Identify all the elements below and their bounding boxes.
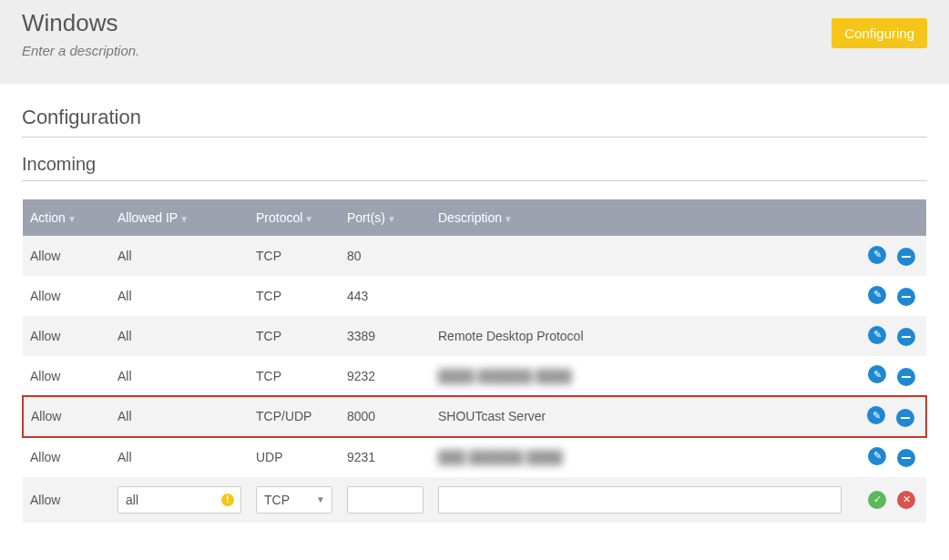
minus-icon <box>902 336 911 338</box>
cell-operations: ✎ <box>849 396 926 437</box>
cell-description <box>431 477 849 523</box>
cell-action: Allow <box>23 316 110 356</box>
sort-icon: ▼ <box>387 214 396 224</box>
remove-button[interactable] <box>897 368 915 386</box>
cell-action: Allow <box>23 236 110 276</box>
cell-description <box>431 236 849 276</box>
cell-action: Allow <box>23 276 110 316</box>
cell-description: ███ ██████ ████ <box>431 437 849 477</box>
pencil-icon: ✎ <box>873 450 882 462</box>
remove-button[interactable] <box>897 288 915 306</box>
check-icon: ✓ <box>873 494 882 505</box>
protocol-select[interactable] <box>256 486 332 514</box>
table-row: AllowAllUDP9231███ ██████ ████✎ <box>23 437 926 477</box>
cell-description: SHOUTcast Server <box>431 396 849 437</box>
minus-icon <box>902 376 911 378</box>
cell-protocol: TCP <box>249 316 340 356</box>
minus-icon <box>901 417 910 419</box>
minus-icon <box>902 457 911 459</box>
cell-protocol: ▼ <box>249 477 340 523</box>
cell-ports: 443 <box>340 276 431 316</box>
cell-protocol: TCP/UDP <box>249 396 340 437</box>
table-header-row: Action▼ Allowed IP▼ Protocol▼ Port(s)▼ D… <box>23 199 926 236</box>
page-header: Windows Enter a description. Configuring <box>0 0 949 84</box>
cell-allowed-ip: All <box>110 437 249 477</box>
cell-action: Allow <box>23 396 110 437</box>
col-protocol[interactable]: Protocol▼ <box>249 199 340 236</box>
warning-icon: ! <box>221 494 234 506</box>
cell-operations: ✎ <box>849 437 926 477</box>
cell-operations: ✎ <box>849 276 926 316</box>
cell-ports: 9232 <box>340 356 431 396</box>
col-action[interactable]: Action▼ <box>23 199 110 236</box>
new-rule-row: Allow!▼✓✕ <box>23 477 926 523</box>
col-allowed-ip[interactable]: Allowed IP▼ <box>110 199 249 236</box>
cell-allowed-ip: All <box>110 356 249 396</box>
cell-protocol: TCP <box>249 236 340 276</box>
cell-protocol: TCP <box>249 276 340 316</box>
remove-button[interactable] <box>896 409 914 427</box>
edit-button[interactable]: ✎ <box>868 326 886 344</box>
remove-button[interactable] <box>897 248 915 266</box>
sort-icon: ▼ <box>67 214 77 224</box>
cell-allowed-ip: ! <box>110 477 249 523</box>
cell-operations: ✓✕ <box>849 477 926 523</box>
minus-icon <box>902 256 911 258</box>
page-subtitle: Enter a description. <box>22 43 927 58</box>
table-row: AllowAllTCP9232████ ██████ ████✎ <box>23 356 926 396</box>
cell-operations: ✎ <box>849 236 926 276</box>
col-operations <box>849 199 926 236</box>
remove-button[interactable] <box>897 449 915 467</box>
pencil-icon: ✎ <box>873 369 882 381</box>
edit-button[interactable]: ✎ <box>868 365 886 383</box>
status-badge: Configuring <box>832 18 927 48</box>
edit-button[interactable]: ✎ <box>868 447 886 465</box>
cell-ports <box>340 477 431 523</box>
cell-action: Allow <box>23 477 110 523</box>
col-ports[interactable]: Port(s)▼ <box>340 199 431 236</box>
edit-button[interactable]: ✎ <box>868 286 886 304</box>
cell-action: Allow <box>23 437 110 477</box>
cell-allowed-ip: All <box>110 316 249 356</box>
cell-ports: 80 <box>340 236 431 276</box>
cell-ports: 8000 <box>340 396 431 437</box>
cell-allowed-ip: All <box>110 236 249 276</box>
table-row: AllowAllTCP3389Remote Desktop Protocol✎ <box>23 316 926 356</box>
table-row: AllowAllTCP80✎ <box>23 236 926 276</box>
cancel-button[interactable]: ✕ <box>897 491 915 509</box>
configuration-title: Configuration <box>22 106 927 137</box>
edit-button[interactable]: ✎ <box>867 406 885 424</box>
sort-icon: ▼ <box>179 214 189 224</box>
cell-allowed-ip: All <box>110 276 249 316</box>
cell-protocol: UDP <box>249 437 340 477</box>
incoming-title: Incoming <box>22 154 927 181</box>
pencil-icon: ✎ <box>873 289 882 300</box>
table-row: AllowAllTCP443✎ <box>23 276 926 316</box>
cell-action: Allow <box>23 356 110 396</box>
minus-icon <box>902 296 911 298</box>
pencil-icon: ✎ <box>873 249 882 260</box>
cell-operations: ✎ <box>849 316 926 356</box>
content: Configuration Incoming Action▼ Allowed I… <box>0 84 949 545</box>
cell-description <box>431 276 849 316</box>
table-row: AllowAllTCP/UDP8000SHOUTcast Server✎ <box>23 396 926 437</box>
cell-operations: ✎ <box>849 356 926 396</box>
sort-icon: ▼ <box>504 214 513 224</box>
edit-button[interactable]: ✎ <box>868 246 886 264</box>
ports-input[interactable] <box>347 486 423 514</box>
cell-ports: 9231 <box>340 437 431 477</box>
cell-allowed-ip: All <box>110 396 249 437</box>
cell-description: Remote Desktop Protocol <box>431 316 849 356</box>
page-title: Windows <box>22 9 927 37</box>
pencil-icon: ✎ <box>873 329 882 341</box>
incoming-table: Action▼ Allowed IP▼ Protocol▼ Port(s)▼ D… <box>22 199 927 523</box>
x-icon: ✕ <box>903 494 911 505</box>
cell-description: ████ ██████ ████ <box>431 356 849 396</box>
remove-button[interactable] <box>897 328 915 346</box>
cell-protocol: TCP <box>249 356 340 396</box>
pencil-icon: ✎ <box>872 410 881 422</box>
confirm-button[interactable]: ✓ <box>868 491 886 509</box>
col-description[interactable]: Description▼ <box>431 199 849 236</box>
description-input[interactable] <box>438 486 842 514</box>
sort-icon: ▼ <box>304 214 313 224</box>
